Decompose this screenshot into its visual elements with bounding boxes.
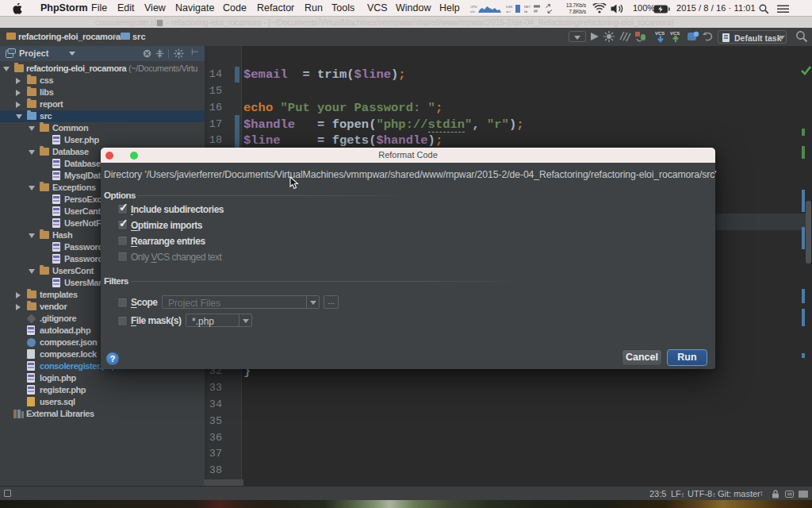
svg-text:CPU: CPU	[470, 5, 477, 9]
svg-text:VCS: VCS	[655, 31, 665, 36]
svg-text:n/o: n/o	[470, 10, 475, 13]
svg-text:VCS: VCS	[670, 31, 680, 36]
svg-text:NET: NET	[524, 5, 531, 9]
svg-text:DSK: DSK	[506, 5, 513, 9]
svg-text:kb: kb	[524, 10, 528, 13]
svg-text:act: act	[506, 10, 511, 13]
